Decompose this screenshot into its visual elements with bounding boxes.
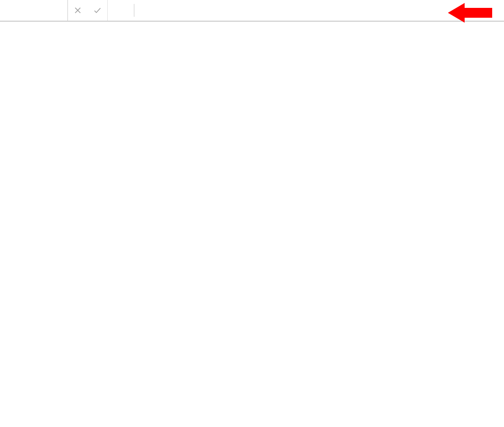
x-icon [73,6,82,15]
annotation-arrow-formula [448,2,492,24]
check-icon [93,6,102,15]
fx-label[interactable] [107,0,132,21]
formula-bar [0,0,504,22]
enter-button[interactable] [88,0,107,21]
cancel-button[interactable] [68,0,88,21]
divider [134,4,134,17]
svg-marker-0 [448,3,492,23]
name-box[interactable] [0,0,68,21]
